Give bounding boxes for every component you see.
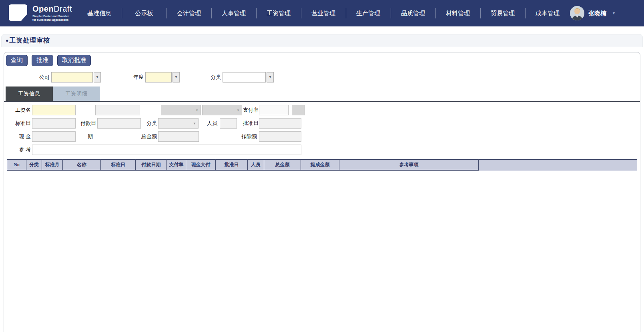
query-button[interactable]: 查询 — [6, 55, 28, 66]
category-input[interactable] — [223, 72, 266, 82]
approval-date-input — [259, 118, 301, 129]
toolbar: 查询 批准 取消批准 — [6, 55, 91, 66]
col-category: 分类 — [26, 160, 42, 171]
personnel-label: 人员 — [206, 118, 217, 129]
nav-item-bulletin-board[interactable]: 公示板 — [122, 0, 167, 26]
caret-down-icon: ▼ — [612, 11, 616, 15]
page-title: ●工资处理审核 — [6, 36, 50, 45]
nav-item-production[interactable]: 生产管理 — [346, 0, 391, 26]
avatar — [570, 6, 584, 20]
chevron-down-icon: ▼ — [193, 109, 201, 112]
user-name: 张晓楠 — [588, 10, 606, 17]
category-filter: 分类 ▼ — [207, 72, 274, 82]
col-no: No — [7, 160, 26, 171]
brand-name-bold: Open — [32, 4, 54, 13]
personnel-input — [220, 118, 237, 129]
pay-rate-input[interactable] — [259, 105, 289, 115]
brand-name-light: Draft — [54, 4, 72, 13]
cash-input — [32, 131, 76, 142]
col-personnel: 人员 — [248, 160, 264, 171]
company-input[interactable] — [51, 72, 93, 82]
col-approval-date: 批准日 — [216, 160, 248, 171]
form-category-label: 分类 — [144, 118, 157, 129]
title-bullet-icon: ● — [6, 38, 9, 43]
col-standard-date: 标准日 — [101, 160, 136, 171]
payment-date-label-line1: 付款日 — [77, 118, 96, 129]
payroll-review-panel: 查询 批准 取消批准 公司 ▼ 年度 ▼ 分类 ▼ — [4, 52, 640, 332]
salary-option-select-2: ▼ — [202, 105, 242, 115]
col-total-amount: 总金额 — [264, 160, 301, 171]
col-payment-date: 付款日期 — [136, 160, 167, 171]
col-standard-month: 标准月 — [42, 160, 63, 171]
tab-salary-detail[interactable]: 工资明细 — [53, 87, 100, 101]
chevron-down-icon: ▼ — [175, 75, 178, 79]
brand-text: OpenDraft Simpler,Easier and Smarter for… — [32, 5, 72, 22]
nav-item-trade[interactable]: 贸易管理 — [480, 0, 525, 26]
total-amount-input — [158, 131, 199, 142]
col-commission-amount: 提成金额 — [301, 160, 339, 171]
brand-tagline-1: Simpler,Easier and Smarter — [32, 14, 72, 18]
logo-mark-icon — [9, 4, 27, 22]
pay-rate-spacer-box — [292, 105, 305, 115]
form-category-select: ▼ — [158, 118, 199, 129]
cancel-approve-button[interactable]: 取消批准 — [57, 55, 91, 66]
col-pay-rate: 支付率 — [167, 160, 186, 171]
salary-name-sub-input — [95, 105, 140, 115]
nav-item-quality[interactable]: 品质管理 — [391, 0, 435, 26]
col-reference-notes: 参考事项 — [339, 160, 479, 171]
nav-item-cost[interactable]: 成本管理 — [525, 0, 570, 26]
nav-item-hr[interactable]: 人事管理 — [211, 0, 256, 26]
year-label: 年度 — [130, 74, 144, 81]
approve-button[interactable]: 批准 — [32, 55, 53, 66]
user-menu[interactable]: 张晓楠 ▼ — [570, 6, 644, 20]
top-navbar: OpenDraft Simpler,Easier and Smarter for… — [0, 0, 644, 26]
company-dropdown-button[interactable]: ▼ — [94, 72, 101, 82]
page-title-bar: ●工资处理审核 — [1, 34, 643, 47]
year-filter: 年度 ▼ — [130, 72, 180, 82]
deduction-label: 扣除额 — [239, 131, 257, 142]
payment-date-label-line2: 期 — [77, 131, 93, 142]
col-cash-payment: 现金支付 — [186, 160, 216, 171]
tab-salary-info[interactable]: 工资信息 — [6, 87, 53, 101]
company-label: 公司 — [36, 74, 50, 81]
reference-label: 参 考 — [12, 145, 31, 155]
table-header-filler — [479, 160, 637, 171]
salary-name-input[interactable] — [32, 105, 76, 115]
results-table-header: No 分类 标准月 名称 标准日 付款日期 支付率 现金支付 批准日 人员 总金… — [7, 159, 637, 171]
pay-rate-label: 支付率 — [241, 105, 259, 115]
year-input[interactable] — [145, 72, 172, 82]
nav-item-payroll[interactable]: 工资管理 — [256, 0, 301, 26]
nav-item-accounting[interactable]: 会计管理 — [167, 0, 211, 26]
total-amount-label: 总金额 — [141, 131, 157, 142]
col-name: 名称 — [63, 160, 101, 171]
deduction-input — [259, 131, 301, 142]
standard-date-input — [32, 118, 76, 129]
category-dropdown-button[interactable]: ▼ — [267, 72, 274, 82]
salary-option-select-1: ▼ — [161, 105, 201, 115]
main-menu: 基准信息 公示板 会计管理 人事管理 工资管理 营业管理 生产管理 品质管理 材… — [77, 0, 570, 26]
brand-logo: OpenDraft Simpler,Easier and Smarter for… — [0, 4, 71, 22]
salary-name-label: 工资名 — [12, 105, 31, 115]
tab-divider — [4, 101, 640, 102]
year-dropdown-button[interactable]: ▼ — [173, 72, 180, 82]
chevron-down-icon: ▼ — [269, 75, 272, 79]
category-label: 分类 — [207, 74, 221, 81]
standard-date-label: 标准日 — [12, 118, 31, 129]
company-filter: 公司 ▼ — [36, 72, 101, 82]
cash-label: 现 金 — [12, 131, 31, 142]
nav-item-materials[interactable]: 材料管理 — [435, 0, 480, 26]
approval-date-label: 批准日 — [241, 118, 259, 129]
chevron-down-icon: ▼ — [191, 122, 198, 125]
brand-tagline-2: for successful applications — [32, 18, 72, 22]
reference-input[interactable] — [32, 145, 301, 155]
payment-date-input — [97, 118, 141, 129]
tab-strip: 工资信息 工资明细 — [6, 87, 100, 101]
content-area: ●工资处理审核 查询 批准 取消批准 公司 ▼ 年度 ▼ 分类 — [1, 34, 643, 332]
nav-item-base-info[interactable]: 基准信息 — [77, 0, 122, 26]
chevron-down-icon: ▼ — [96, 75, 99, 79]
nav-item-sales[interactable]: 营业管理 — [301, 0, 346, 26]
